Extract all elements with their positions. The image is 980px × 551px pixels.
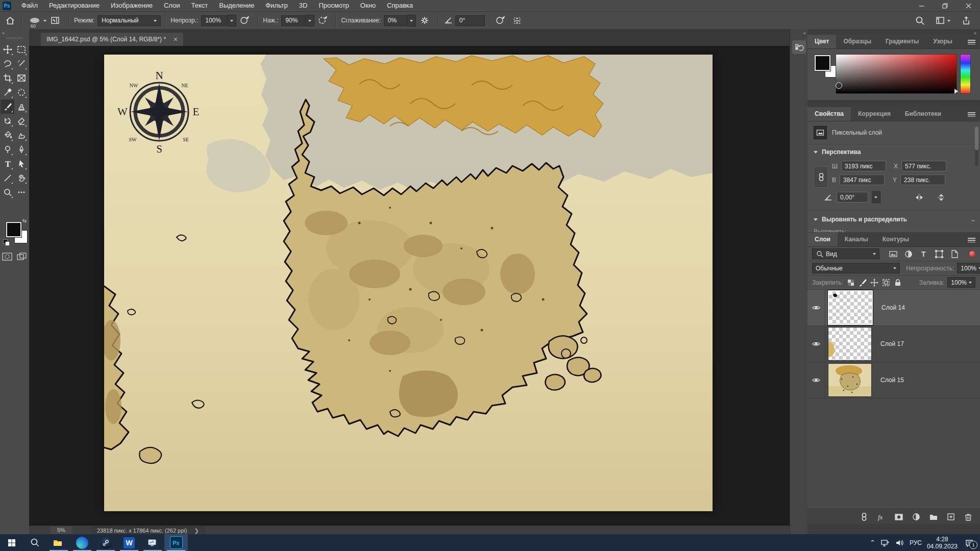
network-icon[interactable] [880,538,890,547]
rotate-angle-field[interactable]: 0,00° [837,192,868,203]
layer-style-button[interactable] [877,512,886,521]
start-button[interactable] [0,534,23,551]
foreground-color-swatch[interactable] [815,55,830,71]
quick-mask-button[interactable] [2,253,12,261]
tab-swatches[interactable]: Образцы [836,35,878,48]
frame-tool[interactable] [14,71,28,85]
flow-dropdown-button[interactable] [306,15,314,27]
restore-button[interactable] [933,0,957,11]
share-button[interactable] [962,16,971,25]
visibility-toggle[interactable] [807,290,825,325]
layer-thumbnail[interactable] [828,327,872,361]
canvas-area[interactable]: N S E W NE NW SE SW [29,46,790,525]
menu-select[interactable]: Выделение [213,0,260,11]
close-tab-icon[interactable]: ✕ [173,36,178,43]
visibility-toggle[interactable] [807,326,825,362]
eraser-tool[interactable] [14,114,28,128]
menu-3d[interactable]: 3D [293,0,313,11]
lock-all-button[interactable] [893,278,902,287]
menu-edit[interactable]: Редактирование [43,0,105,11]
smoothing-dropdown-button[interactable] [407,15,416,27]
color-cursor-icon[interactable] [836,82,842,89]
tab-paths[interactable]: Контуры [875,233,916,246]
zoom-tool[interactable] [1,185,14,199]
tray-expand-icon[interactable]: ⌃ [870,539,875,546]
lock-artboard-button[interactable] [881,278,890,287]
saturation-value-field[interactable] [836,54,957,94]
brush-tool[interactable] [1,99,14,114]
file-explorer-button[interactable] [47,534,70,551]
collapse-section-icon[interactable] [814,151,818,156]
edge-button[interactable] [70,534,94,551]
lock-pixels-button[interactable] [858,278,867,287]
tools-grip[interactable] [7,37,22,39]
layer-name[interactable]: Слой 14 [881,304,905,311]
blend-mode-select[interactable]: Обычные [812,263,900,273]
notification-center-button[interactable]: 1 [963,536,976,549]
layer-name[interactable]: Слой 17 [880,340,904,347]
search-button[interactable] [915,16,924,25]
tab-adjustments[interactable]: Коррекция [851,107,898,121]
home-button[interactable] [5,16,15,25]
size-pressure-button[interactable] [496,16,505,26]
toggle-brush-panel-button[interactable] [51,16,60,25]
brush-preset-picker[interactable]: 60 [26,13,43,28]
filter-smart-objects-button[interactable] [950,249,959,258]
panel-menu-icon[interactable] [968,112,975,117]
menu-type[interactable]: Текст [186,0,214,11]
panel-menu-icon[interactable] [968,238,975,242]
layer-row-17[interactable]: Слой 17 [807,326,980,362]
properties-scrollbar[interactable] [975,127,978,166]
dodge-tool[interactable] [1,142,14,157]
new-adjustment-layer-button[interactable] [912,512,921,521]
width-field[interactable]: 3193 пикс [841,161,886,171]
swap-colors-icon[interactable]: ⇆ [22,218,27,223]
layer-filter-select[interactable]: Вид [812,248,879,259]
type-tool[interactable] [1,157,14,171]
volume-icon[interactable] [895,538,904,547]
filter-pixel-layers-button[interactable] [889,249,897,258]
path-selection-tool[interactable] [14,157,28,171]
link-dimensions-button[interactable] [814,166,828,188]
mode-select[interactable]: Нормальный [97,15,161,26]
line-tool[interactable] [1,171,14,185]
status-chevron-icon[interactable]: ❯ [194,527,199,534]
steam-button[interactable] [94,534,117,551]
tab-properties[interactable]: Свойства [807,107,851,121]
hue-slider[interactable] [960,54,971,94]
monitor-app-button[interactable] [141,534,164,551]
word-button[interactable]: W [117,534,141,551]
smudge-tool[interactable] [14,128,28,142]
lock-transparency-button[interactable] [846,278,855,287]
menu-image[interactable]: Изображение [105,0,158,11]
layer-name[interactable]: Слой 15 [880,377,904,384]
history-brush-tool[interactable] [1,114,14,128]
filter-type-layers-button[interactable] [919,249,928,258]
layer-opacity-field[interactable]: 100% [957,263,980,273]
foreground-color-swatch[interactable] [6,222,21,237]
visibility-toggle[interactable] [807,362,825,398]
layer-row-15[interactable]: Слой 15 [807,362,980,398]
clock[interactable]: 4:28 04.09.2023 [927,536,958,550]
tab-libraries[interactable]: Библиотеки [898,107,948,121]
clone-stamp-tool[interactable] [14,99,28,114]
filter-adjustment-layers-button[interactable] [904,249,913,258]
tab-gradients[interactable]: Градиенты [878,35,926,48]
tab-layers[interactable]: Слои [807,233,838,246]
taskbar-search-button[interactable] [23,534,47,551]
smoothing-gear-button[interactable] [420,16,429,25]
lasso-tool[interactable] [1,57,14,71]
pen-tool[interactable] [14,142,28,157]
layer-thumbnail[interactable] [828,290,873,325]
move-tool[interactable] [1,42,14,57]
flip-horizontal-button[interactable] [915,193,924,202]
quick-selection-tool[interactable] [14,57,28,71]
close-button[interactable] [957,0,980,11]
brush-angle-field[interactable]: 0° [455,15,485,26]
link-layers-button[interactable] [860,512,869,521]
history-panel-button[interactable] [792,40,806,54]
collapse-section-icon[interactable] [814,218,818,223]
layer-thumbnail[interactable] [828,363,872,397]
flip-vertical-button[interactable] [937,193,946,202]
layer-row-14[interactable]: Слой 14 [807,290,980,326]
